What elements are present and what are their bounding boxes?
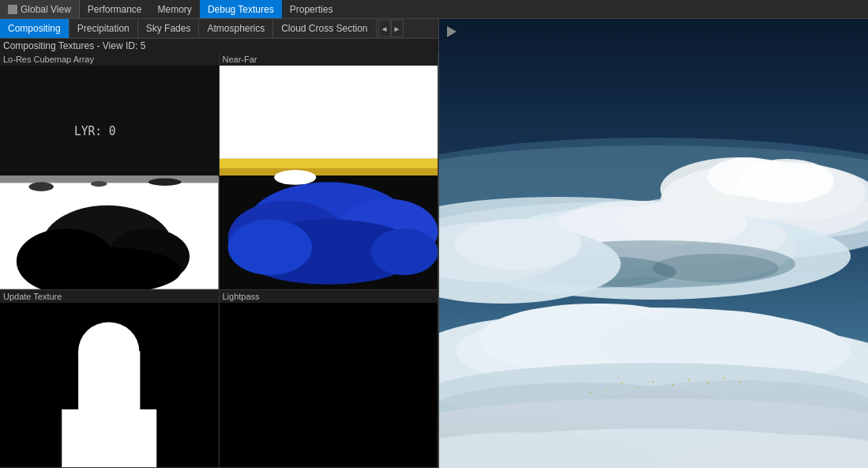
svg-rect-14 xyxy=(220,168,438,176)
global-view-icon xyxy=(8,5,17,14)
texture-cell-lightpass: Lightpass xyxy=(220,290,439,468)
tab-compositing[interactable]: Compositing xyxy=(0,19,70,38)
texture-label-lo-res: Lo-Res Cubemap Array xyxy=(0,53,219,66)
nav-properties[interactable]: Properties xyxy=(282,0,341,18)
play-button[interactable] xyxy=(444,24,460,40)
content-area: Lo-Res Cubemap Array LYR: 0 xyxy=(0,53,438,468)
texture-label-lightpass: Lightpass xyxy=(220,290,438,303)
lo-res-svg: LYR: 0 xyxy=(0,66,219,289)
svg-rect-62 xyxy=(637,387,638,388)
near-far-svg xyxy=(220,66,438,289)
texture-canvas-update xyxy=(0,303,219,467)
svg-rect-63 xyxy=(652,381,654,383)
main-row: Compositing Precipitation Sky Fades Atmo… xyxy=(0,19,868,468)
top-nav-bar: Global View Performance Memory Debug Tex… xyxy=(0,0,868,19)
right-panel xyxy=(439,19,868,468)
svg-rect-69 xyxy=(605,389,607,391)
play-icon xyxy=(447,26,457,37)
svg-point-26 xyxy=(78,322,139,380)
svg-rect-66 xyxy=(708,383,709,384)
left-panel: Compositing Precipitation Sky Fades Atmo… xyxy=(0,19,439,468)
info-bar: Compositing Textures - View ID: 5 xyxy=(0,39,438,53)
nav-global-view[interactable]: Global View xyxy=(0,0,80,18)
texture-cell-lo-res: Lo-Res Cubemap Array LYR: 0 xyxy=(0,53,220,290)
texture-label-update: Update Texture xyxy=(0,290,219,303)
nav-memory[interactable]: Memory xyxy=(150,0,200,18)
svg-rect-70 xyxy=(589,392,591,394)
svg-rect-12 xyxy=(220,66,438,159)
texture-canvas-lo-res: LYR: 0 xyxy=(0,66,219,289)
svg-rect-8 xyxy=(0,176,219,183)
svg-point-48 xyxy=(652,254,779,282)
svg-point-10 xyxy=(148,179,182,186)
svg-rect-65 xyxy=(688,379,690,380)
svg-point-51 xyxy=(455,219,581,270)
texture-canvas-lightpass xyxy=(220,303,438,467)
lightpass-svg xyxy=(220,303,438,467)
svg-text:LYR: 0: LYR: 0 xyxy=(74,124,116,139)
svg-rect-68 xyxy=(739,381,741,383)
svg-point-9 xyxy=(29,182,54,191)
tab-cloud-cross-section[interactable]: Cloud Cross Section xyxy=(273,19,376,38)
svg-point-21 xyxy=(370,228,438,275)
svg-rect-67 xyxy=(723,377,725,379)
texture-grid: Lo-Res Cubemap Array LYR: 0 xyxy=(0,53,438,468)
tab-atmospherics[interactable]: Atmospherics xyxy=(199,19,273,38)
texture-label-near-far: Near-Far xyxy=(220,53,438,66)
svg-point-11 xyxy=(91,181,107,187)
texture-cell-update: Update Texture xyxy=(0,290,220,468)
svg-rect-61 xyxy=(621,383,622,384)
tab-sky-fades[interactable]: Sky Fades xyxy=(138,19,200,38)
svg-point-20 xyxy=(227,219,311,275)
texture-cell-near-far: Near-Far xyxy=(220,53,439,290)
svg-rect-28 xyxy=(220,303,438,467)
svg-rect-1 xyxy=(0,66,219,177)
update-svg xyxy=(0,303,219,467)
texture-canvas-near-far xyxy=(220,66,438,289)
tab-bar: Compositing Precipitation Sky Fades Atmo… xyxy=(0,19,438,39)
nav-debug-textures[interactable]: Debug Textures xyxy=(200,0,282,18)
svg-point-22 xyxy=(274,170,316,185)
svg-rect-64 xyxy=(672,384,674,386)
nav-performance[interactable]: Performance xyxy=(80,0,150,18)
svg-point-39 xyxy=(708,157,787,197)
svg-rect-27 xyxy=(62,409,156,467)
tab-precipitation[interactable]: Precipitation xyxy=(70,19,138,38)
tab-arrow-left[interactable]: ◄ xyxy=(378,20,391,37)
cloud-scene-svg xyxy=(439,19,868,468)
tab-arrows: ◄ ► xyxy=(378,20,404,37)
tab-arrow-right[interactable]: ► xyxy=(391,20,404,37)
svg-point-45 xyxy=(621,201,747,245)
